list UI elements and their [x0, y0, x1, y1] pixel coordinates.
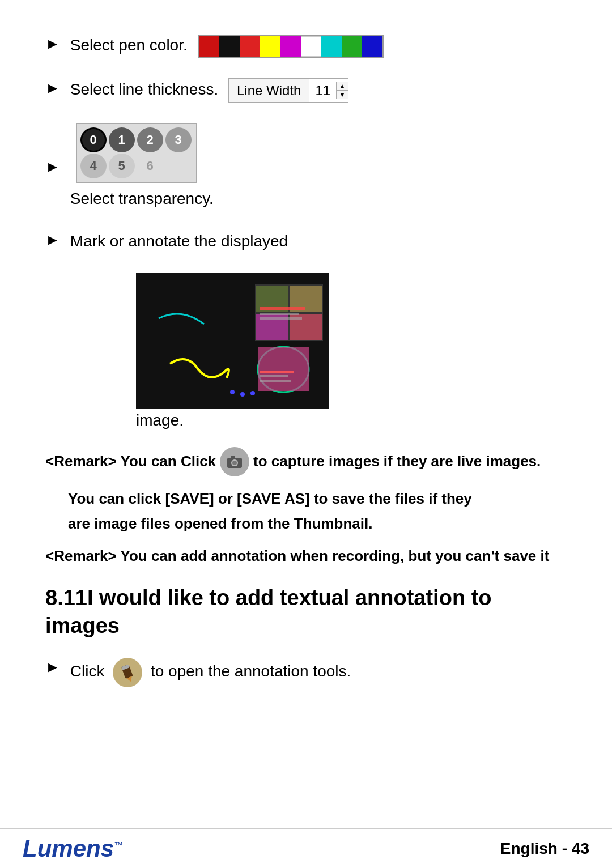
remark-1-block: <Remark> You can Click to capture images… [45, 446, 567, 477]
trans-cell-6[interactable]: 6 [137, 154, 163, 178]
capture-icon[interactable] [219, 446, 250, 477]
transparency-text: 0 1 2 3 4 5 6 Select transparency. [70, 123, 214, 210]
swatch-black[interactable] [219, 36, 240, 57]
svg-rect-15 [260, 375, 288, 377]
bullet-line-thickness: ► Select line thickness. Line Width 11 ▲… [45, 78, 567, 103]
footer-page-num: 43 [572, 840, 589, 857]
transparency-label: Select transparency. [70, 190, 214, 207]
spinner-down-button[interactable]: ▼ [337, 91, 348, 99]
line-width-control[interactable]: Line Width 11 ▲ ▼ [228, 78, 348, 103]
svg-point-1 [230, 390, 235, 394]
svg-rect-12 [260, 313, 299, 315]
bullet-arrow-1: ► [45, 35, 60, 53]
line-width-label: Line Width [229, 79, 309, 103]
bullet-arrow-5: ► [45, 658, 60, 676]
remark-1-prefix: <Remark> You can Click [45, 450, 216, 473]
line-thickness-label: Select line thickness. [70, 80, 218, 98]
footer-dash: - [562, 840, 567, 857]
remark-save-block: You can click [SAVE] or [SAVE AS] to sav… [68, 486, 567, 536]
bullet-pen-color: ► Select pen color. [45, 34, 567, 58]
line-width-spinner[interactable]: ▲ ▼ [336, 82, 348, 99]
svg-rect-14 [260, 371, 294, 373]
line-thickness-text: Select line thickness. Line Width 11 ▲ ▼ [70, 78, 348, 103]
annotation-svg [136, 273, 329, 409]
lumens-logo: Lumens™ [23, 835, 123, 862]
footer: Lumens™ English - 43 [0, 828, 612, 868]
pen-color-label: Select pen color. [70, 36, 188, 54]
swatch-white[interactable] [301, 36, 321, 57]
bullet-arrow-3: ► [45, 158, 60, 176]
swatch-green[interactable] [342, 36, 362, 57]
section-heading: 8.11I would like to add textual annotati… [45, 584, 567, 640]
svg-point-2 [240, 392, 245, 397]
image-caption: image. [136, 411, 567, 429]
swatch-red2[interactable] [240, 36, 260, 57]
lumens-logo-text: Lumens [23, 835, 114, 862]
click-annotation-text: Click to open the annotation tools. [70, 657, 351, 688]
pen-color-text: Select pen color. [70, 34, 384, 58]
transparency-grid[interactable]: 0 1 2 3 4 5 6 [76, 123, 197, 183]
bullet-arrow-2: ► [45, 79, 60, 97]
trans-cell-0[interactable]: 0 [80, 127, 107, 152]
swatch-red[interactable] [199, 36, 219, 57]
lumens-tm: ™ [114, 840, 123, 850]
svg-point-3 [250, 391, 255, 395]
line-width-value[interactable]: 11 [309, 79, 336, 103]
svg-rect-10 [258, 347, 309, 391]
mark-annotate-text: Mark or annotate the displayed [70, 230, 288, 252]
svg-rect-11 [260, 307, 305, 310]
bullet-mark-annotate: ► Mark or annotate the displayed [45, 230, 567, 252]
svg-rect-16 [260, 380, 291, 382]
remark-save-line1: You can click [SAVE] or [SAVE AS] to sav… [68, 486, 567, 511]
footer-language: English [500, 840, 558, 857]
remark-recording: <Remark> You can add annotation when rec… [45, 545, 567, 567]
trans-cell-1[interactable]: 1 [109, 127, 135, 152]
click-prefix: Click [70, 662, 105, 680]
remark-1-suffix: to capture images if they are live image… [253, 450, 541, 473]
swatch-yellow[interactable] [260, 36, 280, 57]
transparency-grid-wrapper: 0 1 2 3 4 5 6 [70, 123, 214, 183]
trans-cell-3[interactable]: 3 [165, 127, 192, 152]
bullet-arrow-4: ► [45, 231, 60, 249]
bullet-click-annotation: ► Click to open the annotation tools. [45, 657, 567, 688]
svg-rect-21 [231, 456, 235, 458]
color-swatches[interactable] [198, 35, 384, 58]
capture-icon-svg [219, 446, 250, 477]
svg-rect-13 [260, 317, 302, 320]
swatch-magenta[interactable] [280, 36, 301, 57]
trans-cell-4[interactable]: 4 [80, 154, 107, 178]
swatch-cyan[interactable] [321, 36, 342, 57]
mark-annotate-label: Mark or annotate the displayed [70, 232, 288, 250]
annotation-tool-icon[interactable] [112, 657, 143, 688]
remark-save-line2: are image files opened from the Thumbnai… [68, 511, 567, 536]
click-suffix: to open the annotation tools. [151, 662, 351, 680]
trans-cell-5[interactable]: 5 [109, 154, 135, 178]
bullet-transparency: ► 0 1 2 3 4 5 6 Select transparency. [45, 123, 567, 210]
annotation-tool-svg [112, 657, 143, 688]
trans-cell-2[interactable]: 2 [137, 127, 163, 152]
svg-point-20 [232, 461, 237, 465]
page-container: ► Select pen color. ► Select line thickn… [0, 0, 612, 868]
annotation-image [136, 273, 329, 409]
footer-page-info: English - 43 [500, 840, 589, 858]
spinner-up-button[interactable]: ▲ [337, 82, 348, 91]
swatch-blue[interactable] [362, 36, 382, 57]
